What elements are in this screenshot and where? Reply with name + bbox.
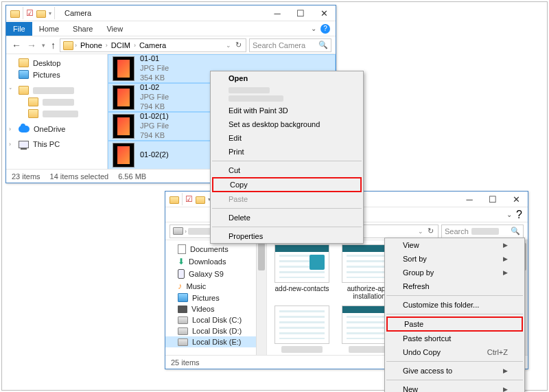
- status-selected: 14 items selected: [50, 172, 109, 181]
- qat-chevron-icon[interactable]: ▾: [49, 10, 51, 16]
- ctx-view[interactable]: View▶: [385, 238, 524, 252]
- search-icon: 🔍: [318, 41, 328, 49]
- chevron-down-icon[interactable]: ⌄: [226, 42, 231, 49]
- search-icon: 🔍: [511, 227, 520, 235]
- folder-icon: [170, 196, 179, 204]
- search-input[interactable]: Search 🔍: [441, 224, 524, 238]
- disk-icon: [178, 316, 188, 324]
- scrollbar[interactable]: [256, 240, 266, 355]
- folder-icon: [28, 109, 38, 118]
- folder-icon: [10, 10, 20, 18]
- thumbnail: [113, 114, 135, 139]
- status-items: 25 items: [171, 358, 200, 367]
- nav-music[interactable]: ♪Music: [165, 280, 266, 292]
- nav-onedrive[interactable]: ›OneDrive: [6, 124, 107, 135]
- nav-thispc[interactable]: ›This PC: [6, 139, 107, 150]
- ctx-copy[interactable]: Copy: [213, 178, 360, 191]
- close-button[interactable]: ✕: [504, 192, 528, 207]
- ctx-undo-copy[interactable]: Undo CopyCtrl+Z: [385, 345, 524, 359]
- status-size: 6.56 MB: [118, 172, 146, 181]
- ctx-cut[interactable]: Cut: [211, 163, 363, 177]
- pictures-icon: [19, 70, 29, 79]
- titlebar[interactable]: ☑ ▾ Camera ─ ☐ ✕: [6, 5, 336, 21]
- tab-share[interactable]: Share: [66, 22, 100, 36]
- search-placeholder: Search: [445, 227, 469, 235]
- nav-disk-d[interactable]: Local Disk (D:): [165, 325, 266, 336]
- minimize-button[interactable]: ─: [266, 5, 289, 21]
- ctx-properties[interactable]: Properties: [211, 229, 363, 243]
- ribbon-tabs: File Home Share View ⌄ ?: [6, 21, 336, 36]
- video-icon: [178, 305, 187, 313]
- up-button[interactable]: ↑: [49, 40, 57, 51]
- ctx-groupby[interactable]: Group by▶: [385, 266, 524, 279]
- window-title: Camera: [59, 9, 266, 17]
- onedrive-icon: [19, 126, 30, 132]
- ctx-new[interactable]: New▶: [385, 382, 524, 392]
- status-items: 23 items: [12, 172, 40, 181]
- nav-pictures[interactable]: Pictures: [6, 69, 107, 80]
- tab-view[interactable]: View: [100, 22, 130, 36]
- nav-galaxy[interactable]: Galaxy S9: [165, 268, 266, 280]
- chevron-down-icon[interactable]: ⌄: [418, 228, 423, 235]
- nav-disk-e[interactable]: Local Disk (E:): [165, 336, 266, 347]
- maximize-button[interactable]: ☐: [481, 192, 504, 207]
- document-icon: [178, 244, 186, 254]
- recent-chevron-icon[interactable]: ▾: [40, 42, 47, 49]
- ctx-print[interactable]: Print: [211, 145, 363, 159]
- disk-icon: [178, 338, 188, 346]
- chevron-right-icon: ▶: [503, 269, 508, 276]
- back-button[interactable]: ←: [10, 40, 23, 51]
- chevron-right-icon: ▶: [503, 255, 508, 262]
- music-icon: ♪: [178, 281, 183, 290]
- ctx-give-access[interactable]: Give access to▶: [385, 364, 524, 378]
- crumb-dcim[interactable]: DCIM: [109, 41, 132, 49]
- nav-desktop[interactable]: Desktop: [6, 57, 107, 69]
- qat-checkbox-icon[interactable]: ☑: [185, 194, 193, 204]
- forward-button[interactable]: →: [25, 40, 38, 51]
- context-menu-folder: View▶ Sort by▶ Group by▶ Refresh Customi…: [384, 238, 525, 392]
- nav-item-blurred[interactable]: [6, 108, 107, 119]
- tab-file[interactable]: File: [6, 22, 32, 36]
- help-icon[interactable]: ?: [516, 209, 522, 221]
- close-button[interactable]: ✕: [312, 5, 336, 21]
- nav-documents[interactable]: Documents: [165, 243, 266, 255]
- ctx-edit[interactable]: Edit: [211, 131, 363, 145]
- nav-videos[interactable]: Videos: [165, 303, 266, 314]
- help-icon[interactable]: ?: [320, 24, 330, 34]
- ctx-edit-paint3d[interactable]: Edit with Paint 3D: [211, 104, 363, 117]
- refresh-icon[interactable]: ↻: [426, 227, 435, 235]
- nav-downloads[interactable]: ⬇Downloads: [165, 255, 266, 268]
- thumbnail: [274, 244, 329, 283]
- tab-home[interactable]: Home: [32, 22, 66, 36]
- ctx-paste[interactable]: Paste: [211, 192, 363, 206]
- file-thumb[interactable]: add-new-contacts: [272, 244, 331, 300]
- nav-pictures[interactable]: Pictures: [165, 292, 266, 303]
- nav-item-blurred[interactable]: [6, 96, 107, 108]
- ctx-sortby[interactable]: Sort by▶: [385, 252, 524, 266]
- nav-item-blurred[interactable]: ˅: [6, 84, 107, 96]
- ribbon-chevron-icon[interactable]: ⌄: [506, 211, 512, 218]
- crumb-phone[interactable]: Phone: [78, 41, 104, 49]
- nav-disk-c[interactable]: Local Disk (C:): [165, 314, 266, 325]
- crumb-camera[interactable]: Camera: [137, 41, 168, 49]
- download-icon: ⬇: [178, 257, 185, 266]
- search-input[interactable]: Search Camera 🔍: [249, 38, 331, 52]
- qat-checkbox-icon[interactable]: ☑: [26, 8, 34, 18]
- thumbnail: [113, 56, 135, 81]
- ctx-paste-shortcut[interactable]: Paste shortcut: [385, 332, 524, 345]
- ctx-set-background[interactable]: Set as desktop background: [211, 117, 363, 131]
- ctx-refresh[interactable]: Refresh: [385, 279, 524, 293]
- minimize-button[interactable]: ─: [458, 192, 481, 207]
- file-thumb[interactable]: [272, 305, 331, 353]
- ctx-open[interactable]: Open: [211, 71, 363, 85]
- pc-icon: [19, 141, 29, 148]
- ribbon-chevron-icon[interactable]: ⌄: [311, 25, 316, 32]
- breadcrumb[interactable]: › Phone › DCIM › Camera ⌄ ↻: [60, 38, 246, 52]
- ctx-delete[interactable]: Delete: [211, 211, 363, 224]
- refresh-icon[interactable]: ↻: [234, 41, 243, 49]
- ctx-paste[interactable]: Paste: [388, 318, 522, 330]
- navigation-pane: Documents ⬇Downloads Galaxy S9 ♪Music Pi…: [165, 240, 267, 355]
- ctx-customize[interactable]: Customize this folder...: [385, 298, 524, 312]
- folder-icon: [28, 97, 38, 106]
- maximize-button[interactable]: ☐: [289, 5, 312, 21]
